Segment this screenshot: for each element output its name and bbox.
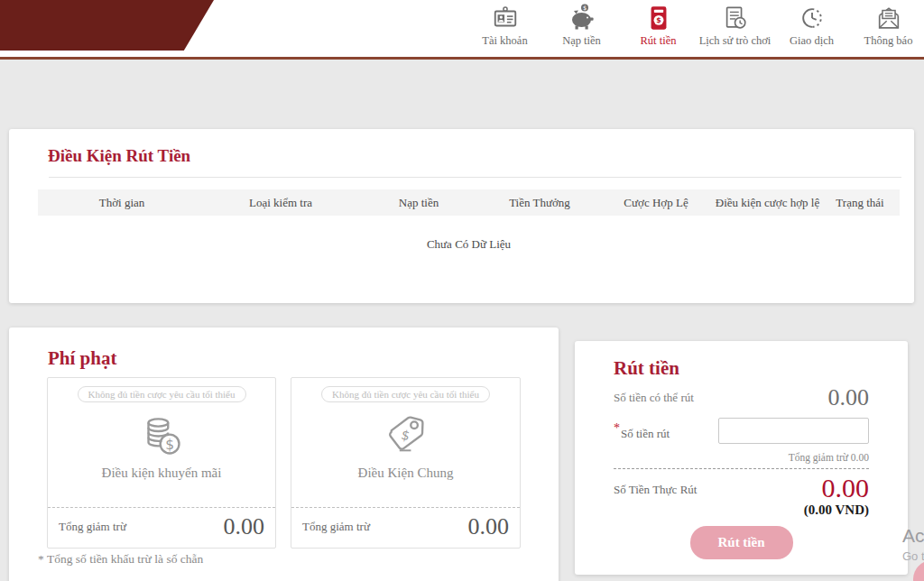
withdraw-amount-label: *Số tiền rút: [614, 421, 670, 441]
top-header: Tài khoản $ Nạp tiền: [0, 0, 924, 60]
column-header: Cược Hợp Lệ: [597, 196, 715, 210]
column-header: Loại kiểm tra: [206, 196, 356, 210]
price-tag-icon: $: [380, 406, 432, 466]
svg-text:$: $: [582, 5, 586, 12]
dashed-divider: [614, 468, 869, 469]
column-header: Nạp tiền: [356, 196, 482, 210]
conditions-card-title: Điều Kiện Rút Tiền: [9, 129, 914, 166]
deduction-label: Tổng giảm trừ: [302, 520, 370, 534]
nav-item-withdraw[interactable]: $ Rút tiền: [620, 3, 697, 48]
actual-amount-label: Số Tiền Thực Rút: [614, 474, 697, 518]
piggy-bank-icon: $: [568, 3, 596, 32]
nav-item-transactions[interactable]: Giao dịch: [773, 3, 850, 48]
withdraw-conditions-card: Điều Kiện Rút Tiền Thời gian Loại kiểm t…: [9, 129, 914, 303]
condition-label: Điều kiện khuyến mãi: [102, 466, 222, 481]
withdraw-panel: Rút tiền Số tiền có thể rút 0.00 *Số tiề…: [575, 341, 908, 575]
actual-amount-vnd: (0.00 VND): [804, 503, 869, 518]
nav-label: Lịch sử trò chơi: [699, 34, 772, 48]
deduction-row: Tổng giảm trừ 0.00: [48, 507, 275, 548]
game-history-icon: [722, 3, 749, 32]
penalty-card-title: Phí phạt: [9, 327, 559, 370]
nav-label: Rút tiền: [641, 34, 677, 48]
required-asterisk: *: [614, 421, 620, 435]
deduction-row: Tổng giảm trừ 0.00: [291, 507, 520, 548]
svg-text:$: $: [165, 437, 174, 453]
transactions-icon: [799, 3, 826, 32]
coins-icon: $: [135, 406, 188, 466]
id-card-icon: [492, 3, 519, 32]
column-header: Tiền Thưởng: [482, 196, 597, 210]
actual-amount-value: 0.00: [804, 474, 869, 503]
nav-label: Nạp tiền: [562, 34, 601, 48]
deduction-value: 0.00: [468, 513, 510, 540]
nav-item-account[interactable]: Tài khoản: [467, 3, 543, 48]
available-amount-row: Số tiền có thể rút 0.00: [614, 386, 869, 410]
deduction-value: 0.00: [224, 513, 265, 540]
withdraw-submit-button[interactable]: Rút tiền: [690, 526, 793, 559]
status-badge: Không đủ tiền cược yêu cầu tối thiểu: [321, 386, 490, 402]
title-divider: [49, 177, 901, 178]
withdraw-panel-title: Rút tiền: [614, 357, 869, 380]
conditions-table-header: Thời gian Loại kiểm tra Nạp tiền Tiền Th…: [38, 189, 900, 216]
general-condition-card: Không đủ tiền cược yêu cầu tối thiểu $ Đ…: [291, 377, 521, 549]
withdraw-amount-row: *Số tiền rút: [614, 418, 869, 444]
svg-text:$: $: [400, 428, 411, 444]
logo-banner: [0, 0, 214, 51]
chat-bubble-cutoff[interactable]: [913, 560, 924, 581]
penalty-fee-card: Phí phạt Không đủ tiền cược yêu cầu tối …: [9, 327, 559, 581]
nav-label: Tài khoản: [482, 34, 527, 48]
nav-label: Thông báo: [864, 34, 913, 48]
watermark-line1: Acti: [902, 525, 924, 547]
total-deduction-note: Tổng giảm trừ 0.00: [614, 452, 869, 463]
nav-item-game-history[interactable]: Lịch sử trò chơi: [697, 3, 773, 48]
watermark-line2: Go to: [902, 549, 924, 563]
nav-item-notifications[interactable]: Thông báo: [850, 3, 924, 48]
main-nav: Tài khoản $ Nạp tiền: [467, 3, 924, 48]
condition-label: Điều Kiện Chung: [358, 466, 454, 481]
column-header: Thời gian: [38, 196, 206, 210]
promo-condition-card: Không đủ tiền cược yêu cầu tối thiểu $ Đ…: [47, 377, 276, 549]
deduction-label: Tổng giảm trừ: [59, 520, 126, 534]
notifications-icon: [875, 3, 902, 32]
available-amount-value: 0.00: [828, 386, 870, 410]
available-amount-label: Số tiền có thể rút: [614, 391, 694, 410]
column-header: Trạng thái: [820, 196, 900, 210]
actual-amount-row: Số Tiền Thực Rút 0.00 (0.00 VND): [614, 474, 869, 518]
status-badge: Không đủ tiền cược yêu cầu tối thiểu: [78, 386, 246, 402]
withdraw-amount-input[interactable]: [718, 418, 869, 444]
svg-text:$: $: [656, 16, 661, 24]
activation-watermark: Acti Go to: [902, 525, 924, 563]
withdraw-icon: $: [645, 3, 672, 32]
penalty-footnote: * Tổng số tiền khấu trừ là số chẵn: [38, 552, 203, 567]
column-header: Điều kiện cược hợp lệ: [715, 196, 820, 210]
empty-data-message: Chưa Có Dữ Liệu: [38, 237, 900, 252]
nav-item-deposit[interactable]: $ Nạp tiền: [543, 3, 620, 48]
nav-label: Giao dịch: [790, 34, 834, 48]
